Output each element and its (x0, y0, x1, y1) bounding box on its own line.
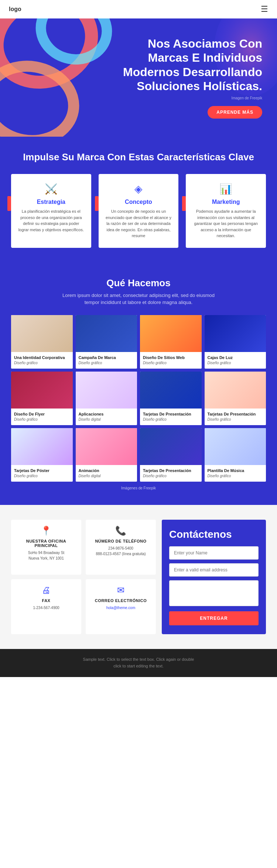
feature-title-2: Concepto (105, 199, 172, 205)
feature-title-1: Estrategia (18, 199, 85, 205)
work-thumb (11, 372, 73, 409)
phone-card: 📞 NÚMERO DE TELÉFONO 234-9876-5400888-01… (86, 520, 156, 575)
work-thumb (205, 428, 266, 465)
work-info: Tarjetas De Póster Diseño gráfico (11, 465, 73, 482)
work-title: Qué Hacemos (11, 277, 266, 289)
work-info: Tarjetas De Presentación Diseño gráfico (140, 465, 202, 482)
work-thumb (205, 372, 266, 409)
work-item-category: Diseño gráfico (14, 474, 70, 478)
work-item: Cajas De Luz Diseño gráfico (205, 315, 266, 369)
work-info: Diseño De Sitios Web Diseño gráfico (140, 352, 202, 369)
submit-button[interactable]: ENTREGAR (169, 611, 259, 625)
work-section: Qué Hacemos Lorem ipsum dolor sit amet, … (0, 270, 277, 505)
logo: logo (9, 6, 21, 13)
work-thumb (140, 428, 202, 465)
strategy-icon: ⚔️ (18, 183, 85, 195)
work-item-category: Diseño gráfico (143, 417, 199, 421)
work-item-title: Una Identidad Corporativa (14, 355, 70, 360)
email-title: CORREO ELECTRÓNICO (90, 598, 151, 603)
work-info: Cajas De Luz Diseño gráfico (205, 352, 266, 369)
work-thumb (76, 428, 137, 465)
hero-content: Nos Asociamos Con Marcas E Individuos Mo… (107, 37, 262, 119)
work-info: Aplicaciones Diseño digital (76, 409, 137, 425)
feature-title-3: Marketing (192, 199, 259, 205)
phone-numbers: 234-9876-5400888-0123-4567 (línea gratui… (90, 546, 151, 557)
features-grid: ⚔️ Estrategia La planificación estratégi… (11, 174, 266, 248)
fax-title: FAX (16, 598, 77, 603)
footer: Sample text. Click to select the text bo… (0, 649, 277, 677)
work-item-category: Diseño gráfico (208, 474, 263, 478)
marketing-icon: 📊 (192, 183, 259, 195)
fax-card: 🖨 FAX 1-234-567-4900 (11, 579, 81, 634)
email-card: ✉ CORREO ELECTRÓNICO hola@theme.com (86, 579, 156, 634)
work-item-category: Diseño digital (79, 474, 134, 478)
work-info: Tarjetas De Presentación Diseño gráfico (205, 409, 266, 425)
contact-grid: 📍 NUESTRA OFICINA PRINCIPAL SoHo 94 Broa… (11, 520, 266, 634)
work-image-credit: Imágenes de Freepik (11, 486, 266, 490)
work-item: Campaña De Marca Diseño gráfico (76, 315, 137, 369)
work-info: Tarjetas De Presentación Diseño gráfico (140, 409, 202, 425)
work-item: Tarjetas De Presentación Diseño gráfico (140, 428, 202, 482)
office-address: SoHo 94 Broadway StNueva York, NY 1001 (16, 550, 77, 561)
work-thumb (140, 372, 202, 409)
hero-image-credit: Imagen de Freepik (107, 96, 262, 100)
feature-card-1: ⚔️ Estrategia La planificación estratégi… (11, 174, 91, 248)
features-section: Impulse Su Marca Con Estas Característic… (0, 137, 277, 270)
work-item-title: Tarjetas De Presentación (143, 411, 199, 417)
location-icon: 📍 (16, 526, 77, 536)
work-item-category: Diseño gráfico (208, 417, 263, 421)
work-thumb (140, 315, 202, 352)
header: logo ☰ (0, 0, 277, 18)
work-info: Animación Diseño digital (76, 465, 137, 482)
work-info: Una Identidad Corporativa Diseño gráfico (11, 352, 73, 369)
work-thumb (205, 315, 266, 352)
email-link[interactable]: hola@theme.com (106, 606, 136, 610)
work-item-category: Diseño gráfico (14, 417, 70, 421)
work-item: Tarjetas De Presentación Diseño gráfico (205, 372, 266, 425)
work-item-category: Diseño digital (79, 417, 134, 421)
feature-text-3: Podemos ayudarle a aumentar la interacci… (192, 208, 259, 239)
hero-title: Nos Asociamos Con Marcas E Individuos Mo… (107, 37, 262, 93)
work-grid: Una Identidad Corporativa Diseño gráfico… (11, 315, 266, 482)
hero-cta-button[interactable]: APRENDE MÁS (208, 106, 262, 119)
work-item-title: Tarjetas De Presentación (208, 411, 263, 417)
fax-icon: 🖨 (16, 585, 77, 595)
office-title: NUESTRA OFICINA PRINCIPAL (16, 539, 77, 548)
work-item-category: Diseño gráfico (143, 361, 199, 365)
work-item-title: Animación (79, 468, 134, 473)
work-item-category: Diseño gráfico (143, 474, 199, 478)
work-item: Tarjetas De Presentación Diseño gráfico (140, 372, 202, 425)
office-card: 📍 NUESTRA OFICINA PRINCIPAL SoHo 94 Broa… (11, 520, 81, 575)
hero-section: Nos Asociamos Con Marcas E Individuos Mo… (0, 18, 277, 137)
work-item: Animación Diseño digital (76, 428, 137, 482)
work-item-title: Tarjetas De Póster (14, 468, 70, 473)
work-item-title: Tarjetas De Presentación (143, 468, 199, 473)
svg-point-2 (0, 59, 80, 137)
work-subtitle: Lorem ipsum dolor sit amet, consectetur … (11, 292, 266, 306)
email-address: hola@theme.com (90, 605, 151, 611)
work-item-title: Aplicaciones (79, 411, 134, 417)
name-input[interactable] (169, 546, 259, 560)
work-thumb (11, 428, 73, 465)
footer-text: Sample text. Click to select the text bo… (11, 656, 266, 669)
work-item-title: Plantilla De Música (208, 468, 263, 473)
email-icon: ✉ (90, 585, 151, 595)
contact-form-title: Contáctenos (169, 529, 259, 540)
menu-icon[interactable]: ☰ (261, 4, 268, 14)
concept-icon: ◈ (105, 183, 172, 195)
work-thumb (11, 315, 73, 352)
work-item: Plantilla De Música Diseño gráfico (205, 428, 266, 482)
work-thumb (76, 372, 137, 409)
email-input[interactable] (169, 563, 259, 577)
work-item-title: Diseño De Flyer (14, 411, 70, 417)
message-input[interactable] (169, 580, 259, 606)
feature-text-2: Un concepto de negocio es un enunciado q… (105, 208, 172, 239)
work-item: Diseño De Flyer Diseño gráfico (11, 372, 73, 425)
work-info: Campaña De Marca Diseño gráfico (76, 352, 137, 369)
work-item-category: Diseño gráfico (79, 361, 134, 365)
work-item-category: Diseño gráfico (208, 361, 263, 365)
work-item-title: Cajas De Luz (208, 355, 263, 360)
work-thumb (76, 315, 137, 352)
feature-text-1: La planificación estratégica es el proce… (18, 208, 85, 233)
feature-card-3: 📊 Marketing Podemos ayudarle a aumentar … (186, 174, 266, 248)
